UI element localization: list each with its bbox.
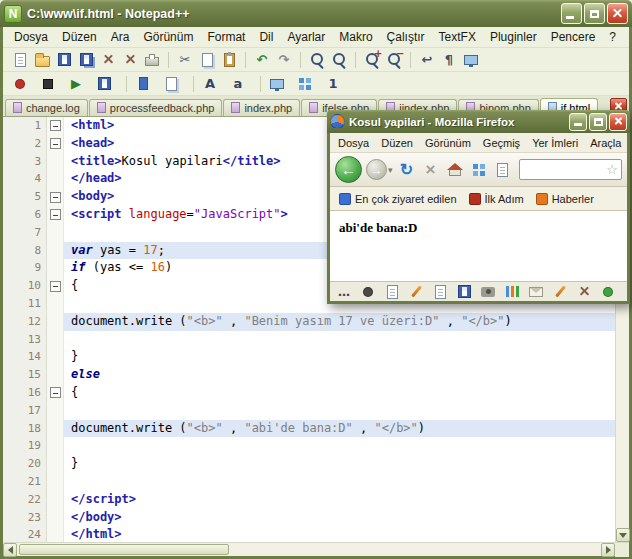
menu-yer-i-mleri[interactable]: Yer İmleri xyxy=(526,135,584,151)
doc-monitor-icon[interactable] xyxy=(460,50,482,70)
scroll-right-button[interactable] xyxy=(601,543,615,557)
menu-format[interactable]: Format xyxy=(200,28,252,46)
menu-ara-la[interactable]: Araçla xyxy=(584,135,627,151)
tab-change.log[interactable]: change.log xyxy=(5,99,88,116)
bookmark-i-lk-ad-m[interactable]: İlk Adım xyxy=(464,191,529,207)
pencil2-icon[interactable] xyxy=(551,284,569,300)
horizontal-scrollbar[interactable] xyxy=(3,542,629,556)
document-icon[interactable] xyxy=(383,284,401,300)
fold-toggle[interactable] xyxy=(50,281,61,292)
undo-icon[interactable]: ↶ xyxy=(251,50,273,70)
scroll-left-button[interactable] xyxy=(3,543,17,557)
doc-map-icon[interactable] xyxy=(266,74,288,94)
paw-icon[interactable] xyxy=(359,284,377,300)
close-all-icon xyxy=(124,53,137,66)
code-line-20: 20} xyxy=(3,455,615,473)
menu-d-zen[interactable]: Düzen xyxy=(55,28,104,46)
page-button[interactable] xyxy=(493,159,513,181)
close-file-icon[interactable] xyxy=(97,50,119,70)
menu-g-r-n-m[interactable]: Görünüm xyxy=(419,135,477,151)
macro-save-icon[interactable] xyxy=(93,74,115,94)
copy-icon[interactable] xyxy=(196,50,218,70)
find-icon[interactable] xyxy=(306,50,328,70)
tab-index.php[interactable]: index.php xyxy=(223,99,300,116)
minimize-button[interactable] xyxy=(561,3,582,24)
uppercase-icon[interactable]: A xyxy=(199,74,221,94)
menu-?[interactable]: ? xyxy=(602,28,623,46)
save-small-icon[interactable] xyxy=(455,284,473,300)
maximize-button[interactable] xyxy=(584,3,605,24)
notepadpp-titlebar[interactable]: N C:\www\if.html - Notepad++ xyxy=(0,0,632,27)
refresh-button[interactable]: ↻ xyxy=(397,159,417,181)
chart-icon[interactable] xyxy=(503,284,521,300)
bookmark-en-ok-ziyaret-edilen[interactable]: En çok ziyaret edilen xyxy=(334,191,462,207)
fold-toggle[interactable] xyxy=(50,387,61,398)
fold-toggle[interactable] xyxy=(50,120,61,131)
cut-icon[interactable]: ✂ xyxy=(174,50,196,70)
find-replace-icon[interactable] xyxy=(328,50,350,70)
document2-icon[interactable] xyxy=(431,284,449,300)
close-all-icon[interactable] xyxy=(119,50,141,70)
more-options-icon[interactable]: … xyxy=(335,284,353,300)
close-button[interactable] xyxy=(607,3,628,24)
forward-button[interactable]: → xyxy=(366,159,387,180)
menu-dil[interactable]: Dil xyxy=(252,28,280,46)
tab-processfeedback.php[interactable]: processfeedback.php xyxy=(89,99,223,116)
edit-pencil-icon[interactable] xyxy=(407,284,425,300)
menu-dosya[interactable]: Dosya xyxy=(7,28,55,46)
menu-ayarlar[interactable]: Ayarlar xyxy=(280,28,332,46)
camera-icon[interactable] xyxy=(479,284,497,300)
menu-pluginler[interactable]: Pluginler xyxy=(483,28,544,46)
menu-ge-mi[interactable]: Geçmiş xyxy=(477,135,526,151)
print-icon[interactable] xyxy=(141,50,163,70)
open-file-icon[interactable] xyxy=(31,50,53,70)
back-button[interactable]: ← xyxy=(335,156,362,183)
fold-toggle[interactable] xyxy=(50,138,61,149)
stop-button[interactable]: × xyxy=(421,159,441,181)
lowercase-icon[interactable]: a xyxy=(227,74,249,94)
menu-d-zen[interactable]: Düzen xyxy=(375,135,419,151)
close-small-icon[interactable] xyxy=(575,284,593,300)
firefox-close-button[interactable] xyxy=(609,113,627,131)
macro-play-icon[interactable]: ▶ xyxy=(65,74,87,94)
macro-record-icon[interactable] xyxy=(9,74,31,94)
paste-icon[interactable] xyxy=(218,50,240,70)
menu-makro[interactable]: Makro xyxy=(332,28,379,46)
menu-dosya[interactable]: Dosya xyxy=(332,135,375,151)
word-wrap-icon[interactable]: ↩ xyxy=(416,50,438,70)
firefox-titlebar[interactable]: Kosul yapilari - Mozilla Firefox xyxy=(327,110,630,133)
home-button[interactable] xyxy=(445,159,465,181)
save-icon[interactable] xyxy=(53,50,75,70)
location-bar[interactable]: ☆ xyxy=(519,159,622,180)
macro-stop-icon[interactable] xyxy=(37,74,59,94)
menu-pencere[interactable]: Pencere xyxy=(544,28,603,46)
status-green-icon[interactable] xyxy=(599,284,617,300)
function-list-icon[interactable] xyxy=(294,74,316,94)
doc-switcher-icon[interactable]: 1 xyxy=(322,74,344,94)
bookmark-star-icon[interactable]: ☆ xyxy=(606,163,618,176)
show-symbols-icon[interactable]: ¶ xyxy=(438,50,460,70)
new-file-icon[interactable] xyxy=(9,50,31,70)
horizontal-scroll-thumb[interactable] xyxy=(19,544,229,555)
bookmarks-grid-button[interactable] xyxy=(469,159,489,181)
menu-al-t-r[interactable]: Çalıştır xyxy=(380,28,432,46)
scroll-down-button[interactable] xyxy=(616,528,630,542)
fold-toggle[interactable] xyxy=(50,192,61,203)
doc-pair-icon[interactable] xyxy=(160,74,182,94)
zoom-in-icon[interactable]: + xyxy=(361,50,383,70)
save-all-icon[interactable] xyxy=(75,50,97,70)
redo-icon[interactable]: ↷ xyxy=(273,50,295,70)
location-input[interactable] xyxy=(523,164,607,176)
bookmark-icon[interactable] xyxy=(132,74,154,94)
menu-ara[interactable]: Ara xyxy=(104,28,137,46)
history-dropdown-button[interactable]: ▾ xyxy=(388,165,393,175)
zoom-out-icon[interactable]: − xyxy=(383,50,405,70)
menu-textfx[interactable]: TextFX xyxy=(432,28,483,46)
horizontal-scroll-track[interactable] xyxy=(17,543,601,556)
firefox-minimize-button[interactable] xyxy=(569,113,587,131)
menu-g-r-n-m[interactable]: Görünüm xyxy=(136,28,200,46)
mail-icon[interactable] xyxy=(527,284,545,300)
bookmark-haberler[interactable]: Haberler xyxy=(531,191,599,207)
firefox-maximize-button[interactable] xyxy=(589,113,607,131)
fold-toggle[interactable] xyxy=(50,209,61,220)
